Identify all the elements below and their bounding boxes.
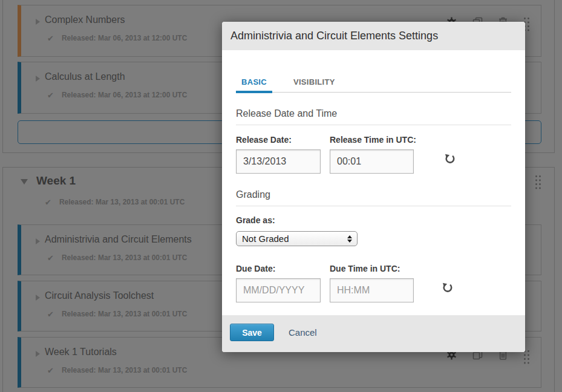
cancel-link[interactable]: Cancel — [289, 324, 317, 341]
modal-title: Administrivia and Circuit Elements Setti… — [230, 30, 438, 42]
reset-icon[interactable] — [444, 153, 456, 165]
grade-as-label: Grade as: — [236, 215, 511, 225]
grade-as-value: Not Graded — [242, 234, 289, 244]
grade-as-select[interactable]: Not Graded — [236, 231, 358, 246]
tab-visibility[interactable]: VISIBILITY — [288, 77, 341, 93]
grading-section-heading: Grading — [236, 189, 511, 206]
modal-header: Administrivia and Circuit Elements Setti… — [222, 22, 525, 50]
release-time-label: Release Time in UTC: — [330, 135, 416, 145]
select-arrows-icon — [347, 235, 352, 243]
tab-basic[interactable]: BASIC — [236, 77, 272, 93]
due-date-input[interactable] — [236, 278, 321, 302]
modal-tabs: BASIC VISIBILITY — [236, 77, 511, 93]
due-date-label: Due Date: — [236, 264, 321, 273]
modal-body: BASIC VISIBILITY Release Date and Time R… — [222, 50, 525, 315]
release-section-heading: Release Date and Time — [236, 108, 511, 125]
due-time-label: Due Time in UTC: — [330, 264, 414, 273]
save-button[interactable]: Save — [230, 324, 274, 341]
reset-icon[interactable] — [442, 282, 453, 293]
release-time-input[interactable] — [330, 149, 414, 174]
release-date-label: Release Date: — [236, 135, 321, 145]
modal-footer: Save Cancel — [222, 315, 525, 352]
settings-modal: Administrivia and Circuit Elements Setti… — [222, 22, 525, 352]
due-time-input[interactable] — [330, 278, 414, 302]
release-date-input[interactable] — [236, 149, 321, 174]
